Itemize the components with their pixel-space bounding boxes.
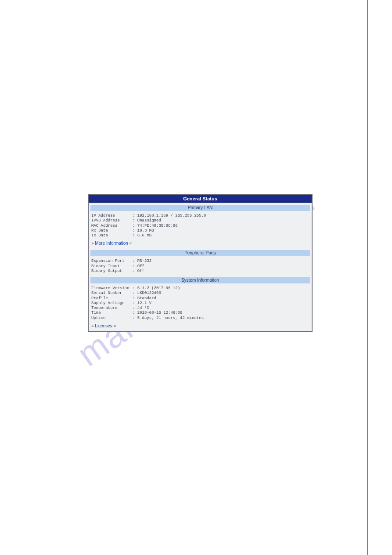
link-row-licenses: » Licenses «	[89, 323, 312, 331]
row-serial-number: Serial Number: LKD0122466	[91, 291, 309, 296]
row-rx-data: Rx Data: 18.3 MB	[91, 229, 309, 233]
value-firmware-version: 6.1.2 (2017-06-12)	[137, 286, 180, 290]
more-information-link[interactable]: » More Information «	[91, 241, 132, 246]
value-tx-data: 6.6 MB	[137, 233, 151, 238]
page-right-border	[367, 0, 368, 555]
licenses-link[interactable]: » Licenses «	[91, 323, 116, 328]
label-rx-data: Rx Data	[91, 229, 133, 233]
label-binary-input: Binary Input	[91, 264, 133, 269]
row-expansion-port: Expansion Port: RS-232	[91, 259, 309, 264]
label-firmware-version: Firmware Version	[91, 286, 133, 291]
section-header-system-information: System Information	[90, 277, 310, 283]
value-serial-number: LKD0122466	[137, 291, 161, 295]
value-binary-input: Off	[137, 264, 144, 268]
section-body-system-information: Firmware Version: 6.1.2 (2017-06-12) Ser…	[89, 283, 312, 323]
label-uptime: Uptime	[91, 316, 133, 321]
label-mac-address: MAC Address	[91, 224, 133, 229]
section-header-primary-lan: Primary LAN	[90, 205, 310, 211]
panel-title: General Status	[89, 195, 312, 203]
row-tx-data: Tx Data: 6.6 MB	[91, 233, 309, 238]
value-supply-voltage: 12.1 V	[137, 301, 151, 305]
label-supply-voltage: Supply Voltage	[91, 301, 133, 306]
label-time: Time	[91, 311, 133, 316]
link-row-more-information: » More Information «	[89, 240, 312, 248]
label-ipv6-address: IPv6 Address	[91, 218, 133, 223]
label-expansion-port: Expansion Port	[91, 259, 133, 264]
value-temperature: 44 °C	[137, 306, 149, 310]
label-tx-data: Tx Data	[91, 233, 133, 238]
value-time: 2018-08-15 12:46:09	[137, 311, 183, 315]
label-temperature: Temperature	[91, 306, 133, 311]
row-firmware-version: Firmware Version: 6.1.2 (2017-06-12)	[91, 286, 309, 291]
value-binary-output: Off	[137, 269, 144, 273]
section-body-peripheral-ports: Expansion Port: RS-232 Binary Input: Off…	[89, 256, 312, 276]
row-uptime: Uptime: 5 days, 21 hours, 42 minutes	[91, 316, 309, 321]
value-ip-address: 192.168.1.169 / 255.255.255.0	[137, 214, 206, 218]
value-expansion-port: RS-232	[137, 259, 151, 263]
section-header-peripheral-ports: Peripheral Ports	[90, 250, 310, 256]
row-ipv6-address: IPv6 Address: Unassigned	[91, 218, 309, 223]
row-profile: Profile: Standard	[91, 296, 309, 301]
row-ip-address: IP Address: 192.168.1.169 / 255.255.255.…	[91, 214, 309, 218]
row-supply-voltage: Supply Voltage: 12.1 V	[91, 301, 309, 306]
row-mac-address: MAC Address: 74:FE:48:35:8C:86	[91, 224, 309, 229]
value-rx-data: 18.3 MB	[137, 229, 154, 233]
label-ip-address: IP Address	[91, 214, 133, 218]
value-uptime: 5 days, 21 hours, 42 minutes	[137, 316, 204, 320]
row-binary-output: Binary Output: Off	[91, 269, 309, 274]
general-status-panel: General Status Primary LAN IP Address: 1…	[88, 194, 313, 332]
section-body-primary-lan: IP Address: 192.168.1.169 / 255.255.255.…	[89, 211, 312, 240]
row-temperature: Temperature: 44 °C	[91, 306, 309, 311]
value-ipv6-address: Unassigned	[137, 218, 161, 223]
row-binary-input: Binary Input: Off	[91, 264, 309, 269]
value-mac-address: 74:FE:48:35:8C:86	[137, 224, 178, 228]
row-time: Time: 2018-08-15 12:46:09	[91, 311, 309, 316]
label-binary-output: Binary Output	[91, 269, 133, 274]
label-profile: Profile	[91, 296, 133, 301]
label-serial-number: Serial Number	[91, 291, 133, 296]
value-profile: Standard	[137, 296, 156, 301]
